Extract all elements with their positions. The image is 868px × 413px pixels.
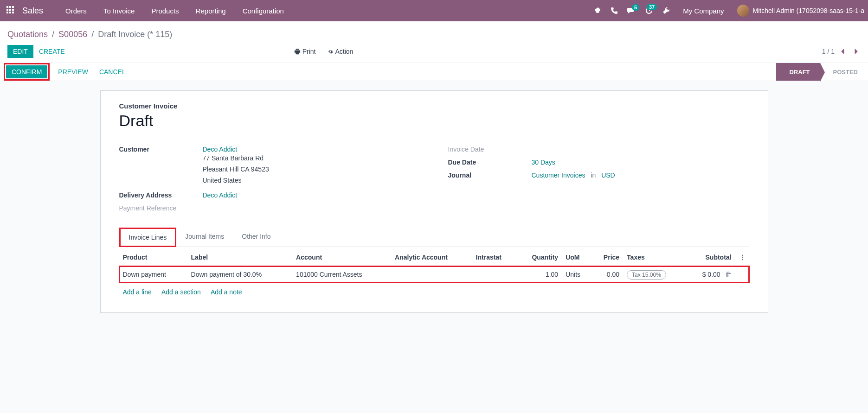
tab-other-info[interactable]: Other Info <box>233 228 279 247</box>
delivery-link[interactable]: Deco Addict <box>203 191 238 199</box>
confirm-button[interactable]: CONFIRM <box>6 65 47 78</box>
pager-prev-icon[interactable] <box>838 47 848 56</box>
th-analytic: Analytic Account <box>391 249 472 266</box>
tab-journal-items[interactable]: Journal Items <box>176 228 233 247</box>
print-label: Print <box>302 48 316 55</box>
pager-next-icon[interactable] <box>851 47 861 56</box>
th-subtotal: Subtotal <box>686 249 735 266</box>
cell-taxes: Tax 15.00% <box>623 266 686 283</box>
menu-configuration[interactable]: Configuration <box>234 7 292 15</box>
label-delivery: Delivery Address <box>119 191 203 199</box>
menu-to-invoice[interactable]: To Invoice <box>95 7 143 15</box>
messages-badge: 5 <box>632 4 639 11</box>
debug-icon[interactable] <box>589 7 606 14</box>
tools-icon[interactable] <box>658 7 675 14</box>
th-price: Price <box>592 249 624 266</box>
phone-icon[interactable] <box>606 7 623 14</box>
activities-badge: 37 <box>647 4 657 10</box>
add-line[interactable]: Add a line <box>123 288 152 296</box>
delete-row-icon[interactable]: 🗑 <box>725 271 732 278</box>
cell-account: 101000 Current Assets <box>292 266 391 283</box>
sheet-tabs: Invoice Lines Journal Items Other Info <box>119 228 749 247</box>
label-journal: Journal <box>448 172 532 179</box>
status-posted[interactable]: POSTED <box>820 63 868 81</box>
label-customer: Customer <box>119 146 203 186</box>
app-brand[interactable]: Sales <box>22 6 43 16</box>
cell-label: Down payment of 30.0% <box>187 266 293 283</box>
columns-kebab-icon[interactable]: ⋮ <box>739 254 746 261</box>
breadcrumb-current: Draft Invoice (* 115) <box>98 30 172 39</box>
breadcrumb-order[interactable]: S00056 <box>58 30 87 39</box>
doc-type: Customer Invoice <box>119 102 749 110</box>
cell-product: Down payment <box>119 266 187 283</box>
tax-pill: Tax 15.00% <box>627 270 666 280</box>
journal-currency[interactable]: USD <box>601 172 615 179</box>
messages-icon[interactable]: 5 <box>623 7 640 14</box>
customer-link[interactable]: Deco Addict <box>203 146 420 153</box>
th-intrastat: Intrastat <box>472 249 517 266</box>
status-draft[interactable]: DRAFT <box>776 63 820 81</box>
cell-price: 0.00 <box>592 266 624 283</box>
create-button[interactable]: CREATE <box>33 45 71 58</box>
th-product: Product <box>119 249 187 266</box>
user-label: Mitchell Admin (17052098-saas-15-1-a <box>753 7 864 14</box>
preview-button[interactable]: PREVIEW <box>52 63 94 81</box>
user-menu[interactable]: Mitchell Admin (17052098-saas-15-1-a <box>733 5 864 17</box>
form-sheet: Customer Invoice Draft Customer Deco Add… <box>100 90 768 313</box>
menu-reporting[interactable]: Reporting <box>187 7 234 15</box>
menu-orders[interactable]: Orders <box>57 7 95 15</box>
th-account: Account <box>292 249 391 266</box>
action-label: Action <box>335 48 353 55</box>
tab-invoice-lines[interactable]: Invoice Lines <box>119 228 177 247</box>
breadcrumb: Quotations / S00056 / Draft Invoice (* 1… <box>7 26 861 45</box>
confirm-highlight: CONFIRM <box>4 63 50 81</box>
th-quantity: Quantity <box>516 249 562 266</box>
journal-link[interactable]: Customer Invoices <box>532 172 585 179</box>
menu-products[interactable]: Products <box>143 7 187 15</box>
avatar <box>737 5 749 17</box>
cell-intrastat <box>472 266 517 283</box>
customer-addr2: Pleasant Hill CA 94523 <box>203 164 420 175</box>
cell-subtotal: $ 0.00 🗑 <box>686 266 735 283</box>
customer-addr1: 77 Santa Barbara Rd <box>203 153 420 164</box>
th-label: Label <box>187 249 293 266</box>
statusbar: CONFIRM PREVIEW CANCEL DRAFT POSTED <box>0 63 868 81</box>
control-panel: Quotations / S00056 / Draft Invoice (* 1… <box>0 21 868 63</box>
label-invdate: Invoice Date <box>448 146 532 153</box>
cancel-button[interactable]: CANCEL <box>94 63 131 81</box>
add-note[interactable]: Add a note <box>211 288 242 296</box>
th-uom: UoM <box>562 249 592 266</box>
cell-analytic <box>391 266 472 283</box>
journal-in: in <box>591 172 596 179</box>
top-nav: Sales Orders To Invoice Products Reporti… <box>0 0 868 21</box>
cell-uom: Units <box>562 266 592 283</box>
activities-icon[interactable]: 37 <box>640 6 658 15</box>
company-selector[interactable]: My Company <box>675 7 732 15</box>
label-payref: Payment Reference <box>119 204 203 212</box>
pager: 1 / 1 <box>822 47 861 56</box>
th-taxes: Taxes <box>623 249 686 266</box>
add-section[interactable]: Add a section <box>161 288 201 296</box>
action-button[interactable]: Action <box>327 48 353 55</box>
doc-title: Draft <box>119 112 749 130</box>
table-row[interactable]: Down payment Down payment of 30.0% 10100… <box>119 266 749 283</box>
print-button[interactable]: Print <box>294 48 316 55</box>
invoice-lines-table: Product Label Account Analytic Account I… <box>119 249 749 283</box>
cell-quantity: 1.00 <box>516 266 562 283</box>
pager-text: 1 / 1 <box>822 48 835 55</box>
customer-addr3: United States <box>203 175 420 186</box>
apps-grid-icon[interactable] <box>6 6 16 15</box>
edit-button[interactable]: EDIT <box>7 45 33 58</box>
duedate-link[interactable]: 30 Days <box>532 159 555 166</box>
breadcrumb-quotations[interactable]: Quotations <box>7 30 48 39</box>
label-duedate: Due Date <box>448 159 532 166</box>
